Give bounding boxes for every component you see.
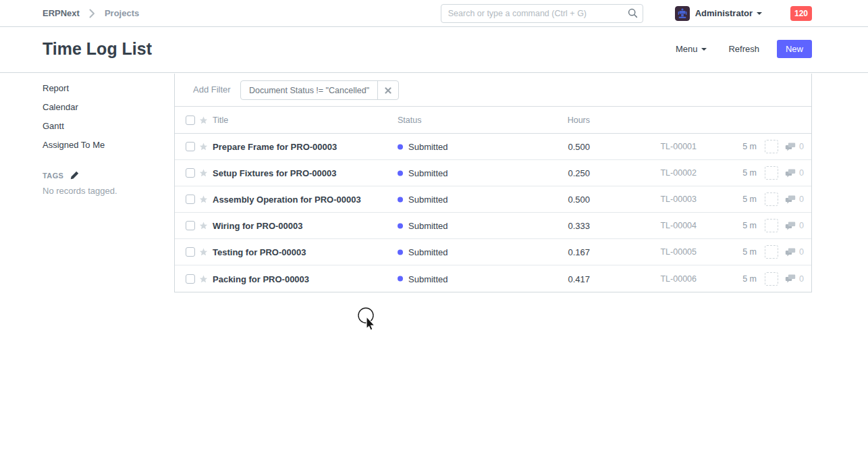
user-menu[interactable]: Administrator — [695, 8, 762, 18]
status-label: Submitted — [408, 142, 448, 152]
table-row[interactable]: Prepare Frame for PRO-00003 Submitted 0.… — [175, 134, 811, 160]
assign-placeholder[interactable] — [765, 140, 778, 153]
star-icon[interactable] — [199, 222, 208, 230]
brand-link[interactable]: ERPNext — [43, 8, 80, 18]
doc-id: TL-00003 — [602, 195, 697, 204]
hours-value: 0.333 — [472, 221, 590, 231]
refresh-button[interactable]: Refresh — [728, 44, 759, 54]
modified-ago: 5 m — [709, 142, 757, 151]
assign-placeholder[interactable] — [765, 219, 778, 232]
comment-count: 0 — [799, 142, 804, 151]
row-title-link[interactable]: Prepare Frame for PRO-00003 — [213, 142, 337, 152]
assign-placeholder[interactable] — [765, 192, 778, 206]
comment-button[interactable]: 0 — [785, 247, 804, 257]
page-head: Time Log List Menu Refresh New — [0, 27, 868, 73]
comment-button[interactable]: 0 — [785, 168, 804, 178]
edit-tags-icon[interactable] — [70, 171, 79, 180]
comment-icon — [785, 143, 796, 151]
new-button[interactable]: New — [777, 40, 812, 58]
add-filter-button[interactable]: Add Filter — [193, 84, 231, 95]
comment-button[interactable]: 0 — [785, 274, 804, 284]
column-status: Status — [398, 116, 421, 125]
row-title-link[interactable]: Packing for PRO-00003 — [213, 274, 309, 284]
tags-empty-text: No records tagged. — [43, 186, 164, 196]
status-dot-icon — [398, 249, 403, 255]
search-input[interactable] — [441, 4, 643, 23]
avatar[interactable] — [675, 6, 690, 21]
star-icon[interactable] — [199, 116, 208, 124]
filter-bar: Add Filter Document Status != "Cancelled… — [175, 74, 811, 107]
star-icon[interactable] — [199, 248, 208, 257]
hours-value: 0.250 — [472, 168, 590, 178]
status-dot-icon — [398, 144, 403, 149]
menu-button[interactable]: Menu — [676, 44, 707, 54]
modified-ago: 5 m — [709, 274, 757, 284]
hours-value: 0.500 — [472, 142, 590, 152]
comment-icon — [785, 248, 796, 257]
list-header-row: Title Status Hours — [175, 107, 811, 134]
row-title-link[interactable]: Setup Fixtures for PRO-00003 — [213, 168, 337, 178]
filter-label[interactable]: Document Status != "Cancelled" — [241, 81, 377, 99]
assign-placeholder[interactable] — [765, 166, 778, 180]
table-row[interactable]: Testing for PRO-00003 Submitted 0.167 TL… — [175, 239, 811, 265]
table-row[interactable]: Assembly Operation for PRO-00003 Submitt… — [175, 186, 811, 213]
tags-heading: TAGS — [43, 172, 63, 180]
status-dot-icon — [398, 197, 403, 202]
list-sidebar: Report Calendar Gantt Assigned To Me TAG… — [43, 80, 164, 196]
row-title-link[interactable]: Testing for PRO-00003 — [213, 247, 306, 257]
comment-count: 0 — [799, 274, 804, 284]
row-checkbox[interactable] — [186, 168, 195, 178]
breadcrumb-projects[interactable]: Projects — [105, 8, 139, 18]
remove-filter-button[interactable] — [377, 81, 398, 99]
doc-id: TL-00006 — [602, 274, 697, 284]
row-title-link[interactable]: Wiring for PRO-00003 — [213, 221, 303, 231]
status-dot-icon — [398, 170, 403, 176]
star-icon[interactable] — [199, 274, 208, 283]
menu-label: Menu — [676, 44, 698, 54]
row-checkbox[interactable] — [186, 274, 195, 284]
assign-placeholder[interactable] — [765, 245, 778, 259]
doc-id: TL-00005 — [602, 247, 697, 257]
page-title: Time Log List — [43, 39, 152, 59]
select-all-checkbox[interactable] — [186, 116, 195, 125]
row-checkbox[interactable] — [186, 221, 195, 230]
row-checkbox[interactable] — [186, 195, 195, 204]
sidebar-item-gantt[interactable]: Gantt — [43, 118, 164, 134]
sidebar-item-assigned-to-me[interactable]: Assigned To Me — [43, 136, 164, 153]
row-title-link[interactable]: Assembly Operation for PRO-00003 — [213, 195, 361, 205]
row-checkbox[interactable] — [186, 142, 195, 151]
sidebar-item-report[interactable]: Report — [43, 80, 164, 97]
star-icon[interactable] — [199, 195, 208, 204]
table-row[interactable]: Setup Fixtures for PRO-00003 Submitted 0… — [175, 160, 811, 186]
star-icon[interactable] — [199, 143, 208, 151]
comment-button[interactable]: 0 — [785, 221, 804, 230]
sidebar-item-calendar[interactable]: Calendar — [43, 99, 164, 116]
comment-button[interactable]: 0 — [785, 142, 804, 151]
notifications-badge[interactable]: 120 — [790, 6, 812, 21]
doc-id: TL-00001 — [602, 142, 697, 151]
comment-count: 0 — [799, 195, 804, 204]
table-row[interactable]: Wiring for PRO-00003 Submitted 0.333 TL-… — [175, 213, 811, 239]
modified-ago: 5 m — [709, 221, 757, 230]
breadcrumb: ERPNext Projects — [43, 8, 139, 18]
assign-placeholder[interactable] — [765, 272, 778, 286]
user-name: Administrator — [695, 8, 753, 18]
status-label: Submitted — [408, 274, 448, 284]
modified-ago: 5 m — [709, 168, 757, 178]
table-row[interactable]: Packing for PRO-00003 Submitted 0.417 TL… — [175, 265, 811, 292]
modified-ago: 5 m — [709, 247, 757, 257]
doc-id: TL-00002 — [602, 168, 697, 178]
hours-value: 0.417 — [472, 274, 590, 284]
column-hours: Hours — [472, 116, 590, 125]
search-icon[interactable] — [628, 8, 638, 21]
row-checkbox[interactable] — [186, 247, 195, 257]
comment-button[interactable]: 0 — [785, 195, 804, 204]
comment-count: 0 — [799, 221, 804, 230]
star-icon[interactable] — [199, 169, 208, 178]
column-title: Title — [213, 116, 228, 125]
doc-id: TL-00004 — [602, 221, 697, 230]
comment-count: 0 — [799, 168, 804, 178]
status-dot-icon — [398, 223, 403, 228]
hours-value: 0.500 — [472, 195, 590, 205]
chevron-down-icon — [757, 12, 762, 15]
